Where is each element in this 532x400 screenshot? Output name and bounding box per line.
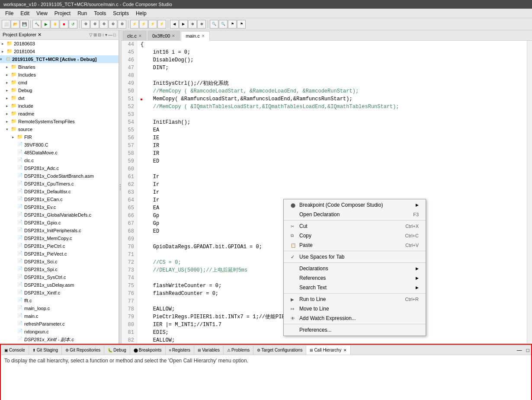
menu-run[interactable]: Run — [74, 10, 90, 17]
sidebar-collapse-btn[interactable]: ▽ — [89, 32, 93, 37]
ctx-move-to-line[interactable]: ↦ Move to Line — [284, 304, 426, 314]
btab-git-staging[interactable]: ⬆ Git Staging — [29, 346, 62, 355]
tree-item[interactable]: ▸📁20181004 — [0, 48, 119, 55]
debug-btn1[interactable]: ⚙ — [81, 20, 90, 29]
menu-tools[interactable]: Tools — [90, 10, 109, 17]
misc-btn2[interactable]: ⚡ — [139, 20, 148, 29]
tree-item[interactable]: 📄fft.c — [0, 297, 119, 304]
tab-clc-close[interactable]: ✕ — [138, 34, 142, 38]
ctx-run-to-line[interactable]: ▶ Run to Line Ctrl+R — [284, 294, 426, 304]
stop-button[interactable]: ■ — [60, 20, 68, 29]
ctx-search-text[interactable]: Search Text — [284, 283, 426, 292]
tree-item[interactable]: 📄DSP281x_GlobalVariableDefs.c — [0, 211, 119, 219]
tree-item[interactable]: 📄DSP281x_PieCtrl.c — [0, 242, 119, 250]
menu-help[interactable]: Help — [132, 10, 150, 17]
btab-problems[interactable]: ⚠ Problems — [224, 346, 253, 355]
restart-button[interactable]: ↺ — [69, 20, 77, 29]
bottom-panel-maximize[interactable]: □ — [525, 346, 531, 354]
tree-item[interactable]: 📄DSP281x_Ev.c — [0, 203, 119, 211]
tree-item[interactable]: 📄39VF800.C — [0, 141, 119, 149]
ctx-breakpoint[interactable]: ⬤ Breakpoint (Code Composer Studio) — [284, 200, 426, 210]
ctx-references[interactable]: References — [284, 273, 426, 283]
run-button[interactable]: ▶ — [42, 20, 50, 29]
tree-item[interactable]: 📄DSP281x_Gpio.c — [0, 219, 119, 227]
search-btn1[interactable]: 🔍 — [210, 20, 218, 29]
ctx-use-spaces[interactable]: ✓ Use Spaces for Tab — [284, 252, 426, 262]
nav-btn1[interactable]: ◀ — [170, 20, 179, 29]
menu-project[interactable]: Project — [51, 10, 74, 17]
misc-btn3[interactable]: ⚡ — [148, 20, 157, 29]
bottom-panel-minimize[interactable]: — — [514, 346, 525, 354]
search-btn3[interactable]: ⚑ — [228, 20, 237, 29]
tree-item[interactable]: 📄DSP281x_SysCtrl.c — [0, 273, 119, 281]
btab-call-hierarchy[interactable]: ⊞ Call Hierarchy ✕ — [306, 346, 351, 355]
tree-item[interactable]: 📄DSP281x_Spi.c — [0, 266, 119, 273]
open-button[interactable]: 📂 — [11, 20, 19, 29]
misc-btn1[interactable]: ⚡ — [130, 20, 139, 29]
ctx-paste[interactable]: 📋 Paste Ctrl+V — [284, 240, 426, 250]
tree-item[interactable]: 📄DSP281x_Adc.c — [0, 164, 119, 172]
sidebar-sync-btn[interactable]: ↕ — [102, 32, 104, 37]
tree-item[interactable]: 📄DSP281x_CpuTimers.c — [0, 180, 119, 188]
tree-item[interactable]: ▸📁readme — [0, 110, 119, 118]
tree-item[interactable]: ▸📁20180603 — [0, 40, 119, 48]
tree-item[interactable]: ▸📁cmd — [0, 79, 119, 86]
nav-btn4[interactable]: ⊕ — [197, 20, 206, 29]
tree-item[interactable]: 📄DSP281x_Sci.c — [0, 258, 119, 266]
tab-mainc[interactable]: main.c ✕ — [181, 31, 209, 41]
tree-item[interactable]: 📄DSP281x_DefaultIsr.c — [0, 188, 119, 195]
btab-git-repos[interactable]: ⚙ Git Repositories — [62, 346, 104, 355]
debug-btn3[interactable]: ⚙ — [99, 20, 108, 29]
tree-item[interactable]: 📄485DataMove.c — [0, 149, 119, 157]
tab-0x3ffc00[interactable]: 0x3ffc00 ✕ — [147, 31, 180, 40]
nav-btn2[interactable]: ▶ — [179, 20, 188, 29]
tree-item[interactable]: ▸📁dvt — [0, 94, 119, 102]
tree-item[interactable]: ▸📁RemoteSystemsTempFiles — [0, 118, 119, 125]
tree-item[interactable]: ▸📁Binaries — [0, 63, 119, 71]
search-btn2[interactable]: 🔍 — [219, 20, 228, 29]
tree-item[interactable]: 📄clc.c — [0, 157, 119, 164]
btab-variables[interactable]: ⊞ Variables — [194, 346, 224, 355]
tree-item[interactable]: ▸📁targetConfigs — [0, 343, 119, 344]
tab-mainc-close[interactable]: ✕ — [202, 34, 205, 38]
ctx-declarations[interactable]: Declarations — [284, 264, 426, 273]
debug-btn5[interactable]: ⚙ — [118, 20, 126, 29]
tree-item[interactable]: 📄DSP281x_Xintf - 副本.c — [0, 336, 119, 343]
tree-item[interactable]: 📄DSP281x_usDelay.asm — [0, 281, 119, 289]
sidebar-menu-btn[interactable]: ▾ — [105, 32, 107, 37]
tree-item[interactable]: 📄DSP281x_MemCopy.c — [0, 234, 119, 242]
tree-item[interactable]: 📄DSP281x_Xintf.c — [0, 289, 119, 297]
editor-scrollbar[interactable] — [527, 41, 532, 344]
build-button[interactable]: 🔨 — [32, 20, 41, 29]
tree-item[interactable]: 📄refreshParameter.c — [0, 320, 119, 328]
menu-scripts[interactable]: Scripts — [109, 10, 132, 17]
ctx-preferences[interactable]: Preferences... — [284, 325, 426, 335]
debug-btn4[interactable]: ⚙ — [109, 20, 117, 29]
tab-clc[interactable]: clc.c ✕ — [122, 31, 147, 40]
sidebar-maximize-btn[interactable]: □ — [113, 32, 116, 37]
sidebar-minimize-btn[interactable]: — — [108, 32, 112, 37]
new-button[interactable]: ⬜ — [2, 20, 10, 29]
tree-item[interactable]: 📄main.c — [0, 312, 119, 320]
tree-item[interactable]: 📄main_loop.c — [0, 304, 119, 312]
menu-view[interactable]: View — [33, 10, 51, 17]
sidebar-content[interactable]: ▸📁20180603▸📁20181004▾⊡20191105_TCT+MCR [… — [0, 40, 119, 344]
tree-item[interactable]: 📄rxtongxun.c — [0, 328, 119, 336]
btab-breakpoints[interactable]: ⬤ Breakpoints — [130, 346, 166, 355]
tree-item[interactable]: 📄DSP281x_PieVect.c — [0, 250, 119, 258]
ctx-cut[interactable]: ✂ Cut Ctrl+X — [284, 221, 426, 231]
tree-item[interactable]: 📄DSP281x_CodeStartBranch.asm — [0, 172, 119, 180]
misc-btn4[interactable]: ⚡ — [157, 20, 166, 29]
sidebar-link-btn[interactable]: ⊞ — [93, 32, 97, 37]
tree-item[interactable]: ▸📁Debug — [0, 86, 119, 94]
btab-debug[interactable]: 🐛 Debug — [104, 346, 130, 355]
menu-file[interactable]: File — [2, 10, 17, 17]
btab-console[interactable]: ▣ Console — [1, 346, 29, 355]
tree-item[interactable]: ▾📁source — [0, 125, 119, 133]
tree-item[interactable]: ▸📁Includes — [0, 71, 119, 79]
ctx-copy[interactable]: ⧉ Copy Ctrl+C — [284, 231, 426, 240]
tree-item[interactable]: ▸📁include — [0, 102, 119, 110]
ctx-add-watch[interactable]: 👁 Add Watch Expression... — [284, 314, 426, 323]
menu-edit[interactable]: Edit — [17, 10, 33, 17]
tree-item[interactable]: ▸📁FIR — [0, 133, 119, 141]
